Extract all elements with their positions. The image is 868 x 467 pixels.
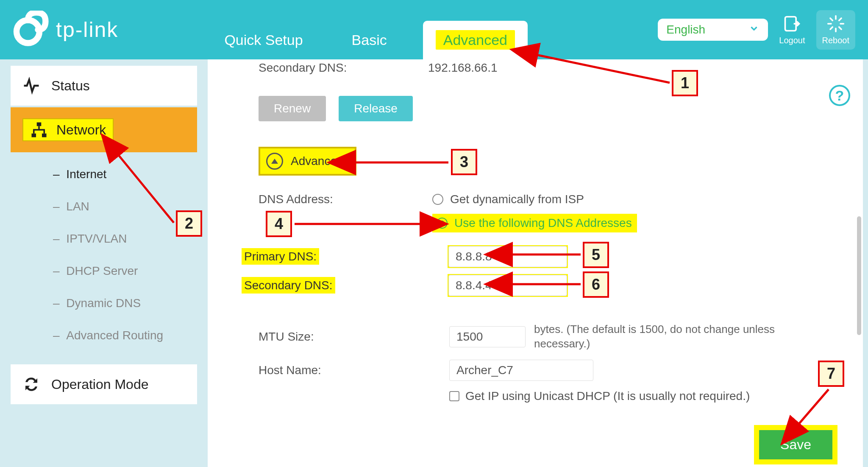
mtu-hint: bytes. (The default is 1500, do not chan…: [534, 322, 810, 351]
radio-manual-label: Use the following DNS Addresses: [454, 216, 632, 230]
mtu-label: MTU Size:: [259, 330, 437, 344]
sidebar-operation-label: Operation Mode: [51, 377, 148, 392]
unicast-dhcp-row[interactable]: Get IP using Unicast DHCP (It is usually…: [449, 389, 846, 403]
network-icon: [30, 121, 48, 139]
renew-button[interactable]: Renew: [259, 96, 326, 121]
sidebar: Status Network Internet LAN IPTV/VLAN DH…: [11, 66, 197, 406]
save-button[interactable]: Save: [759, 430, 832, 459]
mtu-input[interactable]: [449, 326, 526, 347]
sidebar-item-network[interactable]: Network: [11, 107, 197, 152]
primary-dns-hl: [448, 245, 568, 268]
secondary-dns-label-wrap: Secondary DNS:: [242, 279, 420, 292]
app-header: tp-link Quick Setup Basic Advanced Engli…: [0, 0, 868, 59]
scrollbar-thumb[interactable]: [857, 216, 861, 335]
brand-text: tp-link: [56, 17, 118, 42]
dhcp-buttons: Renew Release: [259, 96, 846, 121]
radio-icon: [432, 194, 443, 205]
callout-5: 5: [583, 242, 609, 268]
primary-dns-label-wrap: Primary DNS:: [242, 250, 420, 263]
row-primary-dns: Primary DNS:: [242, 245, 846, 268]
sub-iptv[interactable]: IPTV/VLAN: [11, 223, 197, 255]
svg-line-9: [839, 18, 841, 20]
logout-button[interactable]: Logout: [779, 14, 805, 45]
radio-dns-manual-highlight: Use the following DNS Addresses: [432, 214, 637, 232]
radio-checked-icon: [437, 218, 448, 229]
svg-line-6: [830, 18, 832, 20]
cycle-icon: [22, 375, 40, 393]
primary-dns-input[interactable]: [448, 246, 567, 267]
sidebar-item-status[interactable]: Status: [11, 66, 197, 106]
reboot-button[interactable]: Reboot: [816, 10, 856, 50]
top-tabs: Quick Setup Basic Advanced: [211, 0, 528, 59]
row-hostname: Host Name:: [259, 360, 846, 381]
sub-ddns[interactable]: Dynamic DNS: [11, 287, 197, 319]
logout-label: Logout: [779, 36, 805, 45]
row-secondary-dns-top: Secondary DNS: 192.168.66.1: [259, 61, 846, 75]
svg-rect-11: [32, 134, 36, 137]
svg-line-8: [830, 27, 832, 29]
radio-isp-label: Get dynamically from ISP: [450, 193, 584, 206]
network-submenu: Internet LAN IPTV/VLAN DHCP Server Dynam…: [11, 154, 197, 364]
advanced-section-toggle[interactable]: Advanced: [259, 147, 356, 176]
secondary-dns-top-label: Secondary DNS:: [259, 61, 428, 75]
row-secondary-dns: Secondary DNS:: [242, 274, 846, 297]
dns-address-group: DNS Address: Get dynamically from ISP Us…: [259, 193, 846, 232]
language-value: English: [666, 23, 705, 36]
sidebar-network-label: Network: [56, 122, 106, 138]
unicast-label: Get IP using Unicast DHCP (It is usually…: [465, 389, 750, 403]
row-mtu: MTU Size: bytes. (The default is 1500, d…: [259, 322, 846, 351]
hostname-input[interactable]: [449, 360, 593, 381]
secondary-dns-hl: [448, 274, 568, 297]
sub-internet[interactable]: Internet: [11, 158, 197, 190]
tab-quick-setup[interactable]: Quick Setup: [211, 21, 315, 59]
tab-basic[interactable]: Basic: [339, 21, 400, 59]
chevron-down-icon: [748, 23, 760, 37]
callout-2: 2: [176, 210, 202, 237]
help-button[interactable]: ?: [829, 85, 850, 106]
pulse-icon: [22, 77, 40, 95]
reboot-icon: [826, 14, 845, 33]
header-right: English Logout Reboot: [658, 10, 855, 50]
callout-7: 7: [818, 361, 844, 387]
main-content: ? Secondary DNS: 192.168.66.1 Renew Rele…: [208, 59, 863, 467]
tplink-logo-icon: [13, 11, 51, 49]
radio-dns-manual[interactable]: Use the following DNS Addresses: [437, 216, 632, 230]
hostname-label: Host Name:: [259, 364, 437, 377]
secondary-dns-input[interactable]: [448, 275, 567, 296]
sidebar-item-operation-mode[interactable]: Operation Mode: [11, 364, 197, 404]
dns-address-label: DNS Address:: [259, 193, 428, 206]
tab-advanced[interactable]: Advanced: [423, 21, 528, 59]
sub-dhcp[interactable]: DHCP Server: [11, 255, 197, 287]
reboot-label: Reboot: [822, 36, 850, 45]
advanced-section-label: Advanced: [291, 154, 344, 168]
tab-advanced-label: Advanced: [436, 30, 515, 50]
callout-1: 1: [672, 70, 698, 96]
callout-4: 4: [266, 211, 292, 237]
primary-dns-label: Primary DNS:: [242, 248, 319, 265]
save-highlight: Save: [754, 425, 837, 464]
svg-rect-10: [37, 123, 42, 126]
radio-dns-isp[interactable]: Get dynamically from ISP: [432, 193, 637, 206]
sidebar-status-label: Status: [51, 78, 90, 94]
callout-3: 3: [451, 149, 477, 175]
sub-routing[interactable]: Advanced Routing: [11, 319, 197, 352]
svg-rect-12: [42, 134, 47, 137]
secondary-dns-label: Secondary DNS:: [242, 277, 335, 294]
svg-line-7: [839, 27, 841, 29]
sub-lan[interactable]: LAN: [11, 190, 197, 223]
callout-6: 6: [583, 271, 609, 298]
secondary-dns-top-value: 192.168.66.1: [428, 61, 498, 75]
brand-logo: tp-link: [13, 11, 118, 49]
logout-icon: [783, 14, 801, 33]
unicast-checkbox[interactable]: [449, 391, 459, 401]
release-button[interactable]: Release: [339, 96, 413, 121]
collapse-up-icon: [266, 153, 283, 170]
language-select[interactable]: English: [658, 19, 768, 41]
